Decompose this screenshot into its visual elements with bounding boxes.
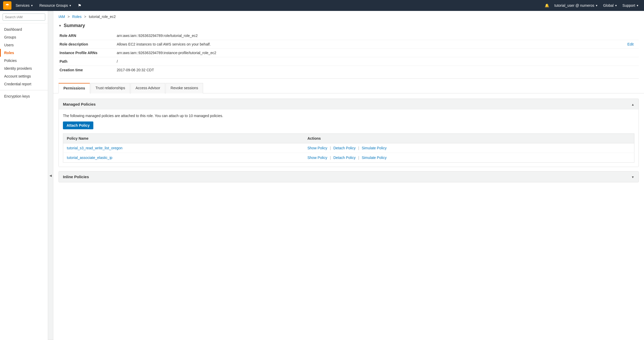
edit-description-link[interactable]: Edit (627, 42, 634, 46)
support-chevron-icon: ▼ (636, 4, 639, 7)
sidebar-navigation: Dashboard Groups Users Roles Policies Id… (0, 23, 48, 102)
summary-row-instance-profile: Instance Profile ARNs arn:aws:iam::92636… (58, 49, 639, 57)
summary-value-path: / (116, 57, 546, 66)
policy-name-2-cell: tutorial_associate_elastic_ip (63, 153, 304, 163)
managed-policies-body: The following managed policies are attac… (59, 110, 639, 167)
policy-name-2-link[interactable]: tutorial_associate_elastic_ip (67, 156, 112, 160)
resource-groups-menu[interactable]: Resource Groups ▼ (37, 2, 74, 9)
attach-policy-button[interactable]: Attach Policy (63, 121, 93, 129)
summary-value-creation-time: 2017-09-06 20:32 CDT (116, 66, 546, 74)
inline-policies-section: Inline Policies (58, 171, 639, 182)
sidebar-item-encryption-keys[interactable]: Encryption keys (0, 92, 48, 100)
summary-table: Role ARN arn:aws:iam::926363294789:role/… (58, 31, 639, 74)
summary-label-path: Path (58, 57, 116, 66)
sidebar-search-container (0, 11, 48, 23)
summary-label-arn: Role ARN (58, 31, 116, 40)
breadcrumb: IAM > Roles > tutorial_role_ec2 (53, 11, 644, 21)
summary-value-description: Allows EC2 instances to call AWS service… (116, 40, 546, 49)
main-content: IAM > Roles > tutorial_role_ec2 ▼ Summar… (53, 11, 644, 340)
action-sep-1a: | (330, 146, 331, 150)
user-label: tutorial_user @ numeros (554, 3, 594, 8)
tabs-container: Permissions Trust relationships Access A… (53, 83, 644, 93)
support-menu[interactable]: Support ▼ (620, 2, 641, 9)
summary-label-creation-time: Creation time (58, 66, 116, 74)
breadcrumb-current: tutorial_role_ec2 (89, 15, 116, 19)
services-chevron-icon: ▼ (31, 4, 33, 7)
pin-icon[interactable]: ⚑ (76, 2, 83, 9)
summary-value-instance-profile: arn:aws:iam::926363294789:instance-profi… (116, 49, 546, 57)
summary-row-arn: Role ARN arn:aws:iam::926363294789:role/… (58, 31, 639, 40)
summary-title: ▼ Summary (58, 21, 639, 31)
summary-row-description: Role description Allows EC2 instances to… (58, 40, 639, 49)
sidebar-item-credential-report[interactable]: Credential report (0, 80, 48, 88)
tab-revoke-sessions[interactable]: Revoke sessions (166, 83, 203, 93)
sidebar-item-dashboard[interactable]: Dashboard (0, 25, 48, 33)
policy-actions-1-cell: Show Policy | Detach Policy | Simulate P… (304, 143, 634, 153)
sidebar-item-identity-providers[interactable]: Identity providers (0, 65, 48, 72)
summary-label-description: Role description (58, 40, 116, 49)
sidebar-item-policies[interactable]: Policies (0, 57, 48, 65)
summary-divider (58, 78, 639, 79)
breadcrumb-roles-link[interactable]: Roles (72, 15, 82, 19)
sidebar-item-roles[interactable]: Roles (0, 49, 48, 57)
summary-row-creation-time: Creation time 2017-09-06 20:32 CDT (58, 66, 639, 74)
table-row: tutorial_s3_read_write_list_oregon Show … (63, 143, 634, 153)
summary-section: ▼ Summary Role ARN arn:aws:iam::92636329… (53, 21, 644, 79)
policy-name-1-link[interactable]: tutorial_s3_read_write_list_oregon (67, 146, 122, 150)
summary-value-arn: arn:aws:iam::926363294789:role/tutorial_… (116, 31, 546, 40)
table-row: tutorial_associate_elastic_ip Show Polic… (63, 153, 634, 163)
policy-name-header: Policy Name (63, 134, 304, 143)
simulate-policy-2-link[interactable]: Simulate Policy (362, 156, 387, 160)
sidebar-collapse-button[interactable]: ◀ (48, 11, 53, 340)
sidebar-wrapper: Dashboard Groups Users Roles Policies Id… (0, 11, 53, 340)
region-menu[interactable]: Global ▼ (601, 2, 619, 9)
notifications-bell[interactable]: 🔔 (543, 2, 551, 9)
resource-groups-chevron-icon: ▼ (69, 4, 71, 7)
table-header-row: Policy Name Actions (63, 134, 634, 143)
summary-label-instance-profile: Instance Profile ARNs (58, 49, 116, 57)
sidebar: Dashboard Groups Users Roles Policies Id… (0, 11, 48, 340)
inline-policies-title: Inline Policies (63, 175, 89, 179)
sidebar-item-groups[interactable]: Groups (0, 33, 48, 41)
inline-policies-header[interactable]: Inline Policies (59, 171, 639, 182)
sidebar-item-users[interactable]: Users (0, 41, 48, 49)
permissions-content: Managed Policies The following managed p… (53, 93, 644, 192)
region-chevron-icon: ▼ (615, 4, 617, 7)
region-label: Global (603, 3, 614, 8)
top-navigation: ☂ Services ▼ Resource Groups ▼ ⚑ 🔔 tutor… (0, 0, 644, 11)
simulate-policy-1-link[interactable]: Simulate Policy (362, 146, 387, 150)
main-layout: Dashboard Groups Users Roles Policies Id… (0, 11, 644, 340)
show-policy-1-link[interactable]: Show Policy (307, 146, 327, 150)
detach-policy-2-link[interactable]: Detach Policy (333, 156, 356, 160)
breadcrumb-iam-link[interactable]: IAM (58, 15, 65, 19)
show-policy-2-link[interactable]: Show Policy (307, 156, 327, 160)
summary-collapse-icon[interactable]: ▼ (58, 24, 62, 28)
aws-logo: ☂ (3, 1, 11, 10)
sidebar-item-account-settings[interactable]: Account settings (0, 72, 48, 80)
top-nav-right: 🔔 tutorial_user @ numeros ▼ Global ▼ Sup… (543, 2, 641, 9)
managed-policies-section: Managed Policies The following managed p… (58, 99, 639, 167)
sidebar-divider (0, 90, 48, 90)
managed-policies-title: Managed Policies (63, 102, 96, 106)
managed-policies-collapse-icon (631, 102, 634, 106)
services-menu[interactable]: Services ▼ (14, 2, 35, 9)
inline-policies-expand-icon (631, 175, 634, 179)
search-input[interactable] (3, 14, 45, 21)
detach-policy-1-link[interactable]: Detach Policy (333, 146, 356, 150)
user-menu[interactable]: tutorial_user @ numeros ▼ (552, 2, 600, 9)
summary-row-path: Path / (58, 57, 639, 66)
tab-access-advisor[interactable]: Access Advisor (131, 83, 165, 93)
services-label: Services (16, 3, 30, 8)
user-chevron-icon: ▼ (595, 4, 598, 7)
managed-policies-table: Policy Name Actions tutorial_s3_read_wri… (63, 133, 634, 163)
managed-policies-header[interactable]: Managed Policies (59, 99, 639, 110)
policy-actions-2-cell: Show Policy | Detach Policy | Simulate P… (304, 153, 634, 163)
action-sep-1b: | (358, 146, 359, 150)
action-sep-2a: | (330, 156, 331, 160)
tab-permissions[interactable]: Permissions (58, 83, 90, 93)
breadcrumb-sep-2: > (84, 15, 86, 19)
managed-policies-info: The following managed policies are attac… (63, 114, 634, 118)
action-sep-2b: | (358, 156, 359, 160)
tab-trust-relationships[interactable]: Trust relationships (90, 83, 130, 93)
policy-name-1-cell: tutorial_s3_read_write_list_oregon (63, 143, 304, 153)
